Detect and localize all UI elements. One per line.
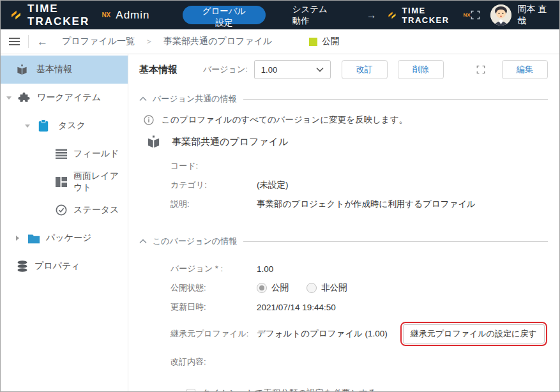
- page-title: 基本情報: [139, 64, 178, 76]
- brand-text: TIME TRACKER: [402, 6, 462, 25]
- chevron-up-icon[interactable]: [139, 96, 147, 102]
- sidebar-item-task[interactable]: タスク: [1, 112, 128, 140]
- user-name[interactable]: 岡本 直哉: [518, 4, 550, 27]
- delete-button[interactable]: 削除: [398, 60, 444, 79]
- field-row-code: コード:: [139, 160, 548, 172]
- database-icon: [17, 260, 28, 272]
- status-check-icon: [56, 204, 67, 216]
- updated-datetime-value: 2021/07/14 19:44:50: [257, 303, 336, 312]
- fields-list-icon: [56, 149, 67, 159]
- puzzle-icon: [18, 92, 30, 104]
- chevron-collapsed-icon[interactable]: [16, 236, 19, 241]
- back-arrow-icon[interactable]: ←: [37, 36, 48, 47]
- chevron-up-icon[interactable]: [139, 239, 147, 244]
- profile-book-icon: [16, 64, 28, 76]
- sidebar-item-property[interactable]: プロパティ: [1, 252, 128, 280]
- version-select-value: 1.00: [261, 65, 277, 75]
- main-content: 基本情報 バージョン: 1.00 改訂 削除 編集: [128, 54, 559, 392]
- sidebar-item-fields[interactable]: フィールド: [1, 140, 128, 168]
- fullscreen-icon[interactable]: [471, 10, 480, 20]
- chevron-right-icon: ＞: [145, 36, 153, 47]
- profile-name: 事業部共通のプロファイル: [172, 136, 288, 148]
- sidebar-item-work-items[interactable]: ワークアイテム: [1, 84, 128, 112]
- divider: [243, 99, 548, 100]
- content-header: 基本情報 バージョン: 1.00 改訂 削除 編集: [139, 60, 548, 79]
- field-row-category: カテゴリ: (未設定): [139, 179, 548, 191]
- app-logo[interactable]: TIME TRACKER NX Admin: [10, 3, 149, 28]
- menu-icon[interactable]: [9, 37, 20, 46]
- inherit-profile-value: デフォルトのプロファイル (1.00): [257, 328, 388, 340]
- expand-icon[interactable]: [476, 65, 485, 74]
- checkbox-row-process-category: タイムシートで工程分類の設定を必要とする: [139, 388, 548, 392]
- field-row-description: 説明: 事業部のプロジェクトが作成時に利用するプロファイル: [139, 199, 548, 210]
- profile-book-icon: [146, 135, 161, 149]
- brand-admin: Admin: [116, 9, 149, 22]
- breadcrumb-bar: ← プロファイル一覧 ＞ 事業部共通のプロファイル 公開: [1, 29, 559, 54]
- chevron-expanded-icon[interactable]: [25, 124, 30, 128]
- revise-button[interactable]: 改訂: [342, 60, 388, 79]
- sidebar-item-screen-layout[interactable]: 画面レイアウト: [1, 168, 128, 196]
- arrow-right-icon: →: [367, 10, 377, 21]
- system-behavior-tab[interactable]: システム動作: [292, 4, 336, 27]
- checkbox-unchecked-icon[interactable]: [186, 389, 195, 392]
- brand-text: TIME TRACKER: [27, 3, 100, 28]
- chevron-down-icon: [316, 67, 324, 72]
- field-row-revision-notes: 改訂内容:: [139, 356, 548, 368]
- description-value: 事業部のプロジェクトが作成時に利用するプロファイル: [257, 199, 476, 210]
- info-icon: [144, 115, 154, 125]
- timetracker-logo-icon: [387, 9, 397, 22]
- radio-private[interactable]: 非公開: [306, 282, 347, 294]
- field-row-publish-state: 公開状態: 公開 非公開: [139, 282, 548, 294]
- screen-layout-icon: [56, 177, 67, 187]
- clipboard-icon: [38, 119, 49, 132]
- sidebar-item-status[interactable]: ステータス: [1, 196, 128, 224]
- breadcrumb-profiles-list[interactable]: プロファイル一覧: [62, 36, 135, 47]
- field-row-inherit: 継承元プロファイル: デフォルトのプロファイル (1.00) 継承元プロファイル…: [139, 322, 548, 346]
- divider: [243, 241, 548, 242]
- section-version-title: このバージョンの情報: [153, 236, 237, 247]
- sidebar-item-basic-info[interactable]: 基本情報: [1, 56, 128, 84]
- profile-name-row: 事業部共通のプロファイル: [139, 135, 548, 149]
- status-badge: 公開: [309, 36, 339, 47]
- sidebar-item-package[interactable]: パッケージ: [1, 224, 128, 252]
- red-highlight-annotation: 継承元プロファイルの設定に戻す: [400, 322, 547, 346]
- radio-selected-icon: [257, 283, 267, 293]
- edit-button[interactable]: 編集: [502, 60, 548, 79]
- info-note-text: このプロファイルのすべてのバージョンに変更を反映します。: [162, 114, 407, 126]
- revert-to-inherited-button[interactable]: 継承元プロファイルの設定に戻す: [403, 324, 545, 343]
- section-common-header: バージョン共通の情報: [139, 93, 548, 105]
- version-number-value: 1.00: [257, 264, 273, 274]
- brand-nx: NX: [102, 11, 110, 19]
- version-label: バージョン:: [203, 64, 248, 75]
- publish-state-radio-group: 公開 非公開: [257, 282, 347, 294]
- category-value: (未設定): [257, 179, 289, 191]
- admin-window: TIME TRACKER NX Admin グローバル設定 システム動作 → T…: [0, 0, 560, 392]
- divider: [28, 35, 29, 48]
- info-note-row: このプロファイルのすべてのバージョンに変更を反映します。: [139, 114, 548, 126]
- sidebar: 基本情報 ワークアイテム タスク: [1, 54, 128, 392]
- field-row-version: バージョン * : 1.00: [139, 263, 548, 275]
- breadcrumb-current-profile: 事業部共通のプロファイル: [163, 36, 272, 47]
- folder-icon: [27, 233, 40, 244]
- chevron-expanded-icon[interactable]: [6, 96, 11, 100]
- publish-status-icon: [309, 38, 317, 46]
- field-row-updated: 更新日時: 2021/07/14 19:44:50: [139, 301, 548, 313]
- version-select[interactable]: 1.00: [254, 60, 331, 79]
- radio-unselected-icon: [306, 283, 317, 293]
- topbar: TIME TRACKER NX Admin グローバル設定 システム動作 → T…: [1, 1, 559, 29]
- section-common-title: バージョン共通の情報: [153, 93, 237, 105]
- section-version-header: このバージョンの情報: [139, 236, 548, 247]
- brand-nx: NX: [463, 12, 470, 18]
- timetracker-logo-icon: [10, 6, 22, 24]
- timetracker-link[interactable]: TIME TRACKER NX: [387, 6, 471, 25]
- radio-public[interactable]: 公開: [257, 282, 289, 294]
- global-settings-tab[interactable]: グローバル設定: [183, 6, 265, 24]
- user-avatar[interactable]: [490, 4, 511, 26]
